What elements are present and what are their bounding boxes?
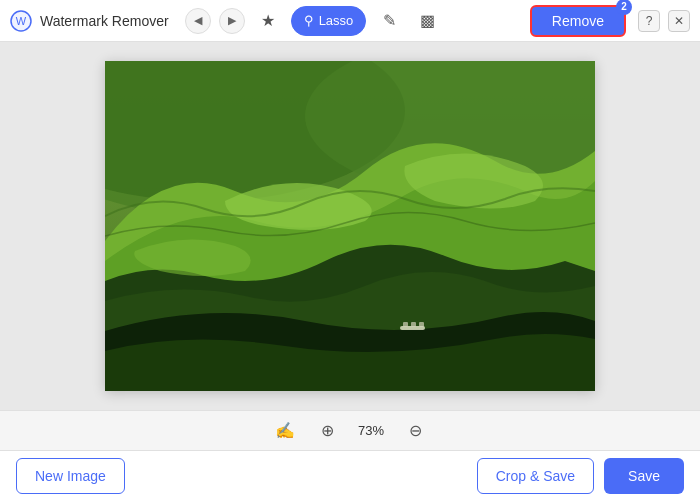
undo-button[interactable]: ◀ — [185, 8, 211, 34]
help-button[interactable]: ? — [638, 10, 660, 32]
window-controls: ? ✕ — [638, 10, 690, 32]
zoom-in-button[interactable]: ⊕ — [313, 417, 341, 445]
crop-save-button[interactable]: Crop & Save — [477, 458, 594, 494]
undo-icon: ◀ — [194, 14, 202, 27]
titlebar: W Watermark Remover ◀ ▶ ★ ⚲ Lasso ✎ ▩ 2 … — [0, 0, 700, 42]
zoom-level: 73% — [355, 423, 387, 438]
pan-button[interactable]: ✍ — [271, 417, 299, 445]
lasso-label: Lasso — [319, 13, 354, 28]
new-image-button[interactable]: New Image — [16, 458, 125, 494]
lasso-tool-button[interactable]: ⚲ Lasso — [291, 6, 367, 36]
badge-count: 2 — [616, 0, 632, 15]
eraser-icon: ▩ — [420, 11, 435, 30]
close-icon: ✕ — [674, 14, 684, 28]
star-icon: ★ — [261, 11, 275, 30]
remove-badge-wrapper: 2 Remove — [530, 5, 626, 37]
redo-icon: ▶ — [228, 14, 236, 27]
app-logo-icon: W — [10, 10, 32, 32]
svg-text:W: W — [16, 15, 27, 27]
svg-rect-9 — [419, 322, 424, 327]
svg-rect-8 — [411, 322, 416, 327]
zoom-bar: ✍ ⊕ 73% ⊖ — [0, 410, 700, 450]
eraser-tool-button[interactable]: ▩ — [412, 6, 442, 36]
save-button[interactable]: Save — [604, 458, 684, 494]
zoom-in-icon: ⊕ — [321, 421, 334, 440]
help-icon: ? — [646, 14, 653, 28]
pen-tool-button[interactable]: ✎ — [374, 6, 404, 36]
canvas-area — [0, 42, 700, 410]
pan-icon: ✍ — [275, 421, 295, 440]
bottom-right-actions: Crop & Save Save — [477, 458, 684, 494]
zoom-out-icon: ⊖ — [409, 421, 422, 440]
image-container — [105, 61, 595, 391]
svg-rect-7 — [403, 322, 408, 327]
bottom-bar: New Image Crop & Save Save — [0, 450, 700, 500]
landscape-image — [105, 61, 595, 391]
pen-icon: ✎ — [383, 11, 396, 30]
bookmark-button[interactable]: ★ — [253, 6, 283, 36]
close-button[interactable]: ✕ — [668, 10, 690, 32]
redo-button[interactable]: ▶ — [219, 8, 245, 34]
lasso-icon: ⚲ — [304, 13, 314, 28]
remove-button[interactable]: Remove — [530, 5, 626, 37]
zoom-out-button[interactable]: ⊖ — [401, 417, 429, 445]
app-title: Watermark Remover — [40, 13, 169, 29]
